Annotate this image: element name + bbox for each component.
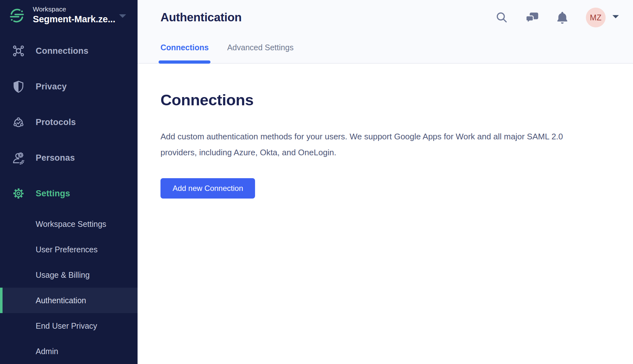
sub-item-label: Usage & Billing xyxy=(36,270,90,280)
chat-button[interactable] xyxy=(525,10,539,24)
sub-item-label: User Preferences xyxy=(36,245,98,254)
sidebar-item-authentication[interactable]: Authentication xyxy=(0,288,138,313)
sub-item-label: Authentication xyxy=(36,296,86,305)
sidebar-nav: Connections Privacy xyxy=(0,33,138,211)
workspace-name: Segment-Mark.ze... xyxy=(33,14,115,25)
sidebar-item-label: Settings xyxy=(36,189,70,199)
sidebar-item-label: Privacy xyxy=(36,82,67,92)
sidebar-item-settings[interactable]: Settings xyxy=(0,176,138,211)
chevron-down-icon[interactable] xyxy=(612,15,619,20)
sub-item-label: Admin xyxy=(36,347,58,356)
workspace-switcher[interactable]: Workspace Segment-Mark.ze... xyxy=(0,0,138,33)
topbar-actions: MZ xyxy=(495,7,619,28)
section-description: Add custom authentication methods for yo… xyxy=(160,129,610,160)
page-title: Authentication xyxy=(160,11,242,24)
sidebar-item-workspace-settings[interactable]: Workspace Settings xyxy=(0,211,138,237)
active-tab-underline xyxy=(159,60,210,64)
search-icon xyxy=(495,21,509,25)
add-new-connection-button[interactable]: Add new Connection xyxy=(160,178,255,199)
chat-icon xyxy=(525,21,539,25)
sidebar-item-personas[interactable]: Personas xyxy=(0,140,138,176)
section-heading: Connections xyxy=(160,91,610,109)
settings-subnav: Workspace Settings User Preferences Usag… xyxy=(0,211,138,364)
tab-label: Connections xyxy=(160,43,209,52)
main-content: Connections Add custom authentication me… xyxy=(138,64,633,364)
tab-connections[interactable]: Connections xyxy=(160,43,209,64)
sidebar-item-connections[interactable]: Connections xyxy=(0,33,138,69)
sidebar-item-label: Connections xyxy=(36,46,89,56)
tab-bar: Connections Advanced Settings xyxy=(160,43,312,64)
avatar[interactable]: MZ xyxy=(586,8,606,27)
segment-logo-icon xyxy=(9,8,25,25)
bell-icon xyxy=(555,21,569,25)
sub-item-label: Workspace Settings xyxy=(36,220,106,229)
description-line: providers, including Azure, Okta, and On… xyxy=(160,144,610,160)
sidebar-item-privacy[interactable]: Privacy xyxy=(0,69,138,104)
tab-advanced-settings[interactable]: Advanced Settings xyxy=(227,43,293,64)
sidebar: Workspace Segment-Mark.ze... xyxy=(0,0,138,364)
workspace-label: Workspace xyxy=(33,5,115,14)
search-button[interactable] xyxy=(495,10,509,24)
sidebar-item-user-preferences[interactable]: User Preferences xyxy=(0,237,138,262)
workspace-text: Workspace Segment-Mark.ze... xyxy=(33,5,115,25)
app-root: Workspace Segment-Mark.ze... xyxy=(0,0,633,364)
sidebar-item-admin[interactable]: Admin xyxy=(0,339,138,364)
sidebar-item-end-user-privacy[interactable]: End User Privacy xyxy=(0,313,138,339)
connections-icon xyxy=(11,44,25,58)
gear-icon xyxy=(11,186,25,200)
protocols-icon xyxy=(11,115,25,129)
personas-icon xyxy=(11,151,25,165)
sidebar-item-label: Protocols xyxy=(36,117,76,127)
page-header: Authentication xyxy=(138,0,633,64)
sidebar-item-usage-billing[interactable]: Usage & Billing xyxy=(0,262,138,288)
sub-item-label: End User Privacy xyxy=(36,321,97,331)
description-line: Add custom authentication methods for yo… xyxy=(160,129,610,144)
notifications-button[interactable] xyxy=(555,10,569,24)
tab-label: Advanced Settings xyxy=(227,43,293,52)
privacy-shield-icon xyxy=(11,80,25,94)
sidebar-item-label: Personas xyxy=(36,153,75,163)
sidebar-item-protocols[interactable]: Protocols xyxy=(0,104,138,140)
avatar-initials: MZ xyxy=(590,13,601,22)
chevron-down-icon[interactable] xyxy=(118,14,127,20)
